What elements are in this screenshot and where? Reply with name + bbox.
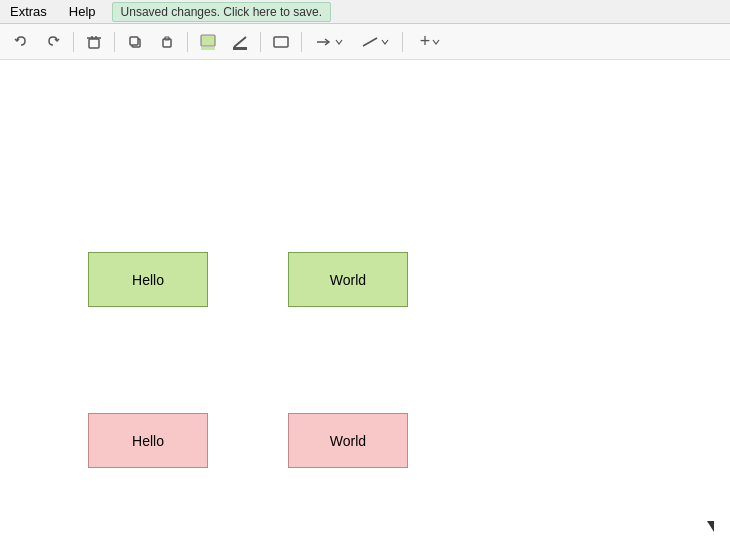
- canvas: Hello World Hello World: [0, 60, 730, 550]
- svg-rect-5: [130, 37, 138, 45]
- sep3: [187, 32, 188, 52]
- box-world-bottom[interactable]: World: [288, 413, 408, 468]
- copy-button[interactable]: [120, 28, 150, 56]
- box-hello-top[interactable]: Hello: [88, 252, 208, 307]
- arrow-dropdown-button[interactable]: [307, 28, 351, 56]
- menubar: Extras Help Unsaved changes. Click here …: [0, 0, 730, 24]
- toolbar: +: [0, 24, 730, 60]
- box-world-bottom-label: World: [330, 433, 366, 449]
- delete-button[interactable]: [79, 28, 109, 56]
- svg-rect-8: [201, 35, 215, 46]
- sep2: [114, 32, 115, 52]
- box-hello-bottom-label: Hello: [132, 433, 164, 449]
- svg-line-14: [363, 38, 377, 46]
- help-menu[interactable]: Help: [63, 2, 102, 21]
- paste-button[interactable]: [152, 28, 182, 56]
- sep5: [301, 32, 302, 52]
- sep4: [260, 32, 261, 52]
- box-hello-bottom[interactable]: Hello: [88, 413, 208, 468]
- svg-rect-0: [89, 39, 99, 48]
- mouse-cursor: [707, 521, 714, 532]
- sep6: [402, 32, 403, 52]
- svg-rect-12: [274, 37, 288, 47]
- shape-button[interactable]: [266, 28, 296, 56]
- extras-menu[interactable]: Extras: [4, 2, 53, 21]
- svg-rect-9: [201, 47, 215, 50]
- undo-button[interactable]: [6, 28, 36, 56]
- svg-rect-11: [233, 47, 247, 50]
- add-dropdown-button[interactable]: +: [408, 28, 452, 56]
- svg-line-10: [234, 37, 246, 47]
- redo-button[interactable]: [38, 28, 68, 56]
- save-notice[interactable]: Unsaved changes. Click here to save.: [112, 2, 331, 22]
- sep1: [73, 32, 74, 52]
- box-world-top[interactable]: World: [288, 252, 408, 307]
- line-dropdown-button[interactable]: [353, 28, 397, 56]
- box-hello-top-label: Hello: [132, 272, 164, 288]
- fill-color-button[interactable]: [193, 28, 223, 56]
- line-color-button[interactable]: [225, 28, 255, 56]
- box-world-top-label: World: [330, 272, 366, 288]
